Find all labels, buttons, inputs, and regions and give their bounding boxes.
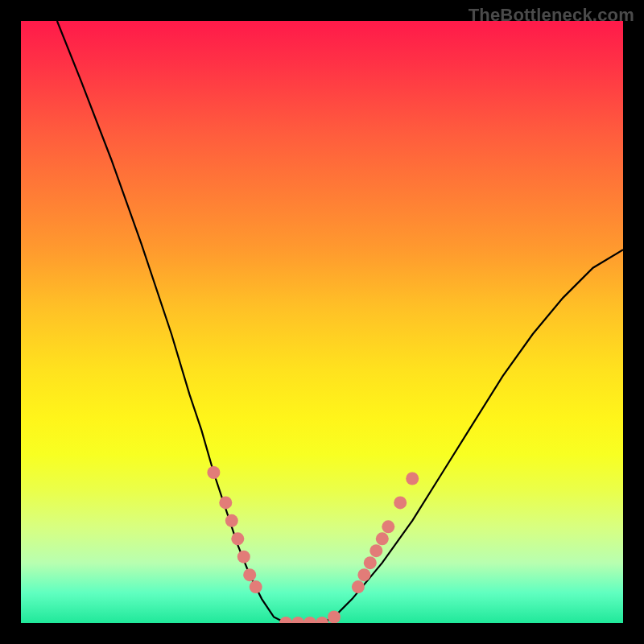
- watermark-text: TheBottleneck.com: [469, 5, 634, 26]
- marker-point: [231, 532, 244, 545]
- marker-point: [207, 466, 220, 479]
- marker-point: [316, 617, 328, 623]
- marker-point: [357, 568, 370, 581]
- marker-point: [382, 520, 394, 533]
- marker-point: [364, 556, 377, 569]
- marker-point: [406, 473, 419, 485]
- marker-point: [219, 496, 232, 509]
- marker-point: [303, 617, 316, 623]
- chart-container: TheBottleneck.com: [0, 0, 644, 644]
- marker-point: [243, 568, 256, 581]
- marker-point: [328, 611, 341, 624]
- marker-point: [237, 551, 250, 564]
- marker-point: [352, 580, 365, 593]
- marker-point: [279, 617, 292, 623]
- curve-line: [57, 21, 623, 623]
- chart-svg: [21, 21, 623, 623]
- marker-point: [250, 580, 262, 593]
- marker-point: [369, 544, 382, 557]
- marker-point: [291, 617, 304, 623]
- marker-point: [225, 514, 238, 527]
- marker-point: [394, 496, 407, 509]
- plot-area: [21, 21, 623, 623]
- highlighted-markers: [207, 466, 419, 623]
- marker-point: [376, 532, 389, 545]
